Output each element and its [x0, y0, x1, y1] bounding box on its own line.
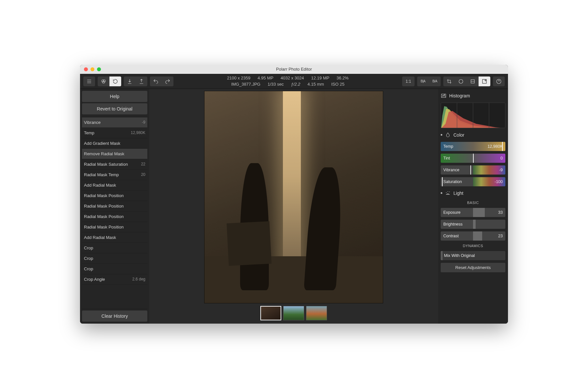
- history-item-label: Crop Angle: [84, 277, 105, 282]
- dynamics-label: DYNAMICS: [441, 244, 505, 248]
- thumbnail[interactable]: [306, 306, 327, 320]
- history-item-value: -9: [142, 120, 145, 125]
- history-item[interactable]: Radial Mask Position: [82, 201, 147, 211]
- thumbnail[interactable]: [260, 306, 281, 320]
- brightness-slider[interactable]: Brightness: [441, 220, 505, 229]
- canvas-area: [149, 89, 438, 324]
- history-item-value: 20: [141, 172, 145, 177]
- undo-button[interactable]: [150, 76, 162, 86]
- vibrance-slider[interactable]: Vibrance -9: [441, 165, 505, 175]
- crop-dimensions: 2100 x 2359: [227, 75, 251, 81]
- modified-dot-icon: [441, 192, 442, 194]
- history-item-label: Remove Radial Mask: [84, 151, 124, 156]
- contrast-slider[interactable]: Contrast 23: [441, 231, 505, 241]
- help-button[interactable]: [493, 76, 505, 86]
- temp-slider[interactable]: Temp 12,980K: [441, 142, 505, 151]
- file-metadata: 2100 x 2359 4.95 MP 4032 x 3024 12.19 MP…: [176, 75, 400, 87]
- titlebar: Polarr Photo Editor: [80, 65, 508, 74]
- history-item[interactable]: Crop: [82, 253, 147, 264]
- right-panel: Histogram Color Temp 12,980K Tint 0 Vibr…: [438, 89, 508, 324]
- history-item-label: Add Radial Mask: [84, 235, 116, 240]
- zoom-level: 36.2%: [336, 75, 349, 81]
- history-item[interactable]: Radial Mask Position: [82, 222, 147, 232]
- redo-button[interactable]: [162, 76, 173, 86]
- history-item-label: Vibrance: [84, 120, 101, 125]
- radial-tool-button[interactable]: [455, 76, 467, 86]
- window-title: Polarr Photo Editor: [80, 67, 508, 72]
- history-item[interactable]: Radial Mask Position: [82, 191, 147, 201]
- sun-icon: [445, 190, 451, 196]
- mix-original-slider[interactable]: Mix With Original: [441, 251, 505, 260]
- crop-tool-button[interactable]: [443, 76, 455, 86]
- history-item-value: 2.6 deg: [132, 277, 145, 281]
- iso-value: ISO 25: [331, 81, 344, 87]
- export-button[interactable]: [136, 76, 147, 86]
- history-item-label: Crop: [84, 256, 93, 261]
- filters-button[interactable]: [98, 76, 109, 86]
- history-item-label: Crop: [84, 245, 93, 250]
- basic-label: BASIC: [441, 201, 505, 205]
- history-item[interactable]: Crop: [82, 243, 147, 253]
- history-button[interactable]: [109, 76, 121, 86]
- history-item[interactable]: Temp12,980K: [82, 128, 147, 138]
- gradient-tool-button[interactable]: [467, 76, 479, 86]
- color-section-header[interactable]: Color: [441, 131, 505, 139]
- modified-dot-icon: [441, 134, 442, 136]
- photo-preview[interactable]: [204, 91, 383, 303]
- history-item-label: Radial Mask Position: [84, 193, 123, 198]
- history-item-label: Crop: [84, 266, 93, 271]
- history-item[interactable]: Radial Mask Position: [82, 211, 147, 222]
- history-item-label: Radial Mask Position: [84, 225, 123, 229]
- thumbnail[interactable]: [283, 306, 304, 320]
- crop-megapixels: 4.95 MP: [258, 75, 273, 81]
- history-item-value: 12,980K: [131, 130, 145, 135]
- history-item[interactable]: Add Radial Mask: [82, 180, 147, 191]
- filmstrip: [260, 303, 327, 322]
- compare-side-button[interactable]: B|A: [417, 76, 429, 86]
- history-item-label: Radial Mask Position: [84, 214, 123, 219]
- shutter-speed: 1/33 sec: [268, 81, 284, 87]
- history-item[interactable]: Vibrance-9: [82, 117, 147, 128]
- full-megapixels: 12.19 MP: [311, 75, 330, 81]
- saturation-slider[interactable]: Saturation -100: [441, 177, 505, 186]
- tint-slider[interactable]: Tint 0: [441, 154, 505, 163]
- history-item[interactable]: Add Gradient Mask: [82, 138, 147, 149]
- left-panel: Help Revert to Original Vibrance-9Temp12…: [80, 89, 149, 324]
- droplet-icon: [445, 132, 451, 138]
- history-list[interactable]: Vibrance-9Temp12,980KAdd Gradient MaskRe…: [82, 117, 147, 309]
- history-item[interactable]: Add Radial Mask: [82, 232, 147, 243]
- f-stop: ƒ/2.2: [291, 81, 300, 87]
- compare-diagonal-button[interactable]: B/A: [429, 76, 441, 86]
- menu-button[interactable]: [83, 76, 95, 86]
- history-item-label: Radial Mask Saturation: [84, 162, 128, 167]
- adjustments-tool-button[interactable]: [479, 76, 490, 86]
- history-item-label: Radial Mask Position: [84, 204, 123, 209]
- history-item[interactable]: Crop Angle2.6 deg: [82, 274, 147, 285]
- history-item[interactable]: Remove Radial Mask: [82, 149, 147, 159]
- clear-history-button[interactable]: Clear History: [82, 311, 147, 322]
- histogram-chart: [441, 103, 505, 128]
- revert-button[interactable]: Revert to Original: [82, 103, 147, 114]
- history-item-label: Add Gradient Mask: [84, 141, 120, 146]
- histogram-header[interactable]: Histogram: [441, 92, 505, 100]
- app-window: Polarr Photo Editor 2100 x 2359 4.95 MP …: [80, 65, 508, 324]
- exposure-slider[interactable]: Exposure 33: [441, 208, 505, 217]
- full-dimensions: 4032 x 3024: [281, 75, 304, 81]
- history-item[interactable]: Radial Mask Temp20: [82, 170, 147, 180]
- history-item-label: Radial Mask Temp: [84, 172, 119, 177]
- history-item[interactable]: Radial Mask Saturation22: [82, 159, 147, 170]
- history-item-label: Temp: [84, 130, 94, 135]
- light-section-header[interactable]: Light: [441, 189, 505, 197]
- one-to-one-button[interactable]: 1:1: [402, 76, 415, 86]
- svg-point-3: [459, 79, 463, 83]
- history-item-label: Add Radial Mask: [84, 183, 116, 188]
- file-name: IMG_3877.JPG: [231, 81, 261, 87]
- help-panel-button[interactable]: Help: [82, 91, 147, 102]
- svg-point-6: [485, 80, 486, 81]
- history-item[interactable]: Crop: [82, 264, 147, 274]
- svg-rect-8: [441, 94, 446, 97]
- toolbar: 2100 x 2359 4.95 MP 4032 x 3024 12.19 MP…: [80, 74, 508, 89]
- reset-adjustments-button[interactable]: Reset Adjustments: [441, 263, 505, 272]
- focal-length: 4.15 mm: [307, 81, 324, 87]
- import-button[interactable]: [124, 76, 136, 86]
